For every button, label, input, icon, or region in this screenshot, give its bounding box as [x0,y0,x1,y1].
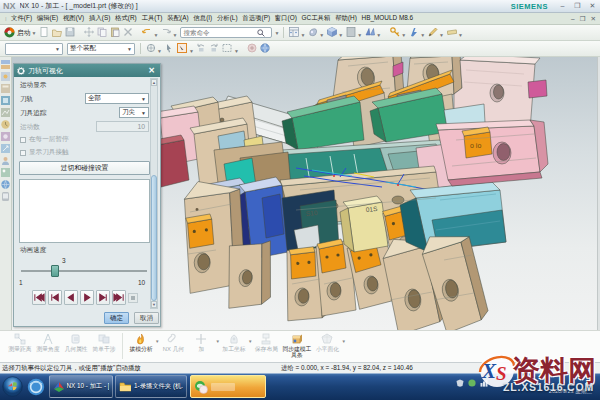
menu-13[interactable]: HB_MOULD M8.6 [359,14,415,21]
menu-1[interactable]: 编辑(E) [34,14,60,21]
dialog-title-bar[interactable]: 刀轨可视化 ✕ [14,64,160,77]
taskbar-folder-task[interactable]: 1-录播文件夹 (机... [115,375,187,398]
globe-icon[interactable] [260,43,271,54]
mdi-minimize-button[interactable]: – [571,15,575,23]
tray-network-icon[interactable] [480,379,488,387]
rotate-left-icon[interactable] [196,43,207,54]
bolt-icon[interactable] [408,27,419,38]
toolpath-event-list[interactable] [19,179,150,243]
selection-filter-combo[interactable]: ▼ [5,43,63,55]
minimize-button[interactable]: – [558,2,567,10]
stop-button[interactable] [128,293,138,303]
start-orb[interactable] [2,376,23,397]
command-search-box[interactable] [180,27,272,38]
tool-measure-distance[interactable]: 测量距离 [8,332,32,352]
scroll-down-icon[interactable]: ▼ [151,301,157,308]
start-dropdown-icon[interactable]: ▼ [32,30,37,36]
internet-icon[interactable] [1,180,10,189]
save-icon[interactable] [65,27,76,38]
render-style-icon[interactable] [307,27,318,38]
dropdown-icon[interactable]: ▼ [154,32,159,38]
menu-0[interactable]: 文件(F) [9,14,35,21]
dropdown-icon[interactable]: ▼ [157,48,162,54]
show-tool-contact-checkbox[interactable]: 显示刀具接触 [20,148,69,157]
paste-icon[interactable] [110,27,121,38]
overflow-arrow-icon[interactable]: ▼ [248,339,252,344]
dropdown-icon[interactable]: ▼ [338,32,343,38]
dropdown-icon[interactable]: ▼ [420,32,425,38]
move-cross-icon[interactable] [84,27,95,38]
dropdown-icon[interactable]: ▼ [401,32,406,38]
dashed-rect-icon[interactable] [222,43,233,54]
gouge-collision-settings-button[interactable]: 过切和碰撞设置 [19,161,150,175]
dropdown-icon[interactable]: ▼ [319,32,324,38]
undo-icon[interactable] [142,27,153,38]
selection-scope-combo[interactable]: 整个装配▼ [67,43,135,55]
window-grid-icon[interactable] [288,27,299,38]
touch-icon[interactable] [1,192,10,201]
copy-icon[interactable] [97,27,108,38]
dialog-close-icon[interactable]: ✕ [148,66,155,75]
pane-icon[interactable] [345,27,356,38]
search-input[interactable] [183,29,257,36]
dropdown-icon[interactable]: ▼ [376,32,381,38]
dialog-scrollbar[interactable]: ▲ ▼ [150,78,158,309]
taskbar-nx-task[interactable]: NX 10 - 加工 - [... [49,375,113,398]
tool-csys[interactable]: 加工坐标 [222,332,246,352]
tool-layout[interactable]: 保存布局 [254,332,278,352]
overflow-arrow-icon[interactable]: ▼ [215,339,219,344]
pause-each-level-checkbox[interactable]: 在每一层暂停 [20,135,69,144]
menu-10[interactable]: 窗口(O) [272,14,299,21]
tool-measure-angle[interactable]: 测量角度 [36,332,60,352]
reuse-library-icon[interactable] [1,96,10,105]
menu-4[interactable]: 格式(R) [113,14,139,21]
speed-slider-handle[interactable] [51,265,59,277]
tool-tracking-combo[interactable]: 刀尖▼ [119,107,149,118]
tool-interference[interactable]: 简单干涉 [92,332,116,352]
restore-button[interactable]: ❐ [573,2,582,10]
mdi-restore-button[interactable]: ❐ [580,15,586,23]
rose-circle-icon[interactable] [247,43,258,54]
constraint-navigator-icon[interactable] [1,72,10,81]
snap-circle-icon[interactable] [145,43,156,54]
play-back-button[interactable] [64,290,78,305]
assembly-navigator-icon[interactable] [1,60,10,69]
step-forward-button[interactable] [96,290,110,305]
step-back-button[interactable] [48,290,62,305]
menu-5[interactable]: 工具(T) [139,14,165,21]
dropdown-icon[interactable]: ▼ [458,32,463,38]
menu-11[interactable]: GC工具箱 [299,14,333,21]
toolpath-combo[interactable]: 全部▼ [85,93,149,104]
overflow-arrow-icon[interactable]: ▼ [341,339,345,344]
overflow-arrow-icon[interactable]: ▼ [155,339,159,344]
dropdown-icon[interactable]: ▼ [173,32,178,38]
dropdown-icon[interactable]: ▼ [189,48,194,54]
system-scene-icon[interactable] [1,168,10,177]
part-navigator-icon[interactable] [1,84,10,93]
search-dropdown-icon[interactable]: ▼ [274,30,279,36]
open-folder-icon[interactable] [52,27,63,38]
history-icon[interactable] [1,120,10,129]
ruler-icon[interactable] [446,27,457,38]
menu-8[interactable]: 分析(L) [215,14,240,21]
select-rect-active-icon[interactable] [177,43,188,54]
cancel-button[interactable]: 取消 [134,312,159,324]
manufacturing-wizard-icon[interactable] [1,144,10,153]
redo-icon[interactable] [161,27,172,38]
mdi-close-button[interactable]: ✕ [591,15,596,23]
tool-draft-analysis[interactable]: 拔模分析 [129,332,153,352]
tool-plus[interactable]: 加 [189,332,213,352]
dropdown-icon[interactable]: ▼ [300,32,305,38]
menu-12[interactable]: 帮助(H) [333,14,359,21]
rewind-start-button[interactable] [32,290,46,305]
forward-end-button[interactable] [112,290,126,305]
motion-count-input[interactable]: 10 [96,121,149,132]
menu-6[interactable]: 装配(A) [165,14,191,21]
pencil-icon[interactable] [427,27,438,38]
tray-leaf-icon[interactable] [468,379,476,387]
close-button[interactable]: ✕ [588,2,597,10]
new-file-icon[interactable] [39,27,50,38]
dropdown-icon[interactable]: ▼ [234,48,239,54]
menu-2[interactable]: 视图(V) [61,14,87,21]
key-icon[interactable] [389,27,400,38]
